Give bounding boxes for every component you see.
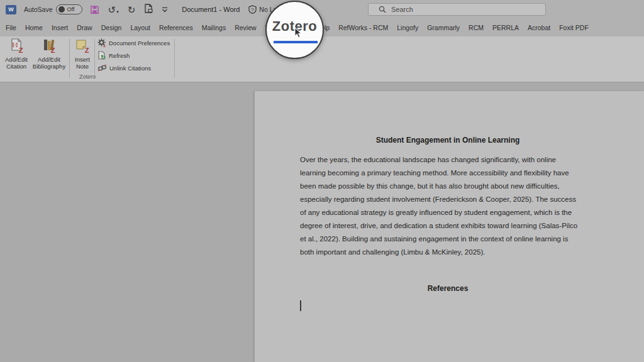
undo-icon: ↺ [108, 5, 116, 14]
refresh-button[interactable]: ↻ Refresh [97, 51, 170, 60]
tab-draw[interactable]: Draw [72, 24, 97, 31]
document-preferences-button[interactable]: z Document Preferences [97, 38, 170, 47]
add-edit-citation-icon: [-] Z [8, 38, 25, 54]
tab-references[interactable]: References [155, 24, 197, 31]
document-body-text: Over the years, the educational landscap… [300, 153, 601, 259]
add-edit-citation-label: Add/Edit Citation [5, 56, 28, 70]
mouse-cursor-icon [294, 27, 303, 38]
customize-qat-icon[interactable] [162, 4, 168, 15]
svg-text:z: z [103, 43, 106, 48]
tab-design[interactable]: Design [97, 24, 126, 31]
tab-perrla[interactable]: PERRLA [488, 24, 523, 31]
unlink-citations-icon [97, 64, 107, 72]
active-tab-underline [274, 41, 318, 43]
zotero-ribbon-group: [-] Z Add/Edit Citation Z Add/Edit Bibli… [0, 36, 175, 82]
unlink-citations-button[interactable]: Unlink Citations [97, 63, 170, 72]
shield-icon: ? [248, 5, 257, 14]
tab-review[interactable]: Review [230, 24, 260, 31]
unlink-citations-label: Unlink Citations [109, 65, 151, 72]
svg-text:Z: Z [51, 47, 55, 54]
tab-file[interactable]: File [1, 24, 21, 31]
svg-text:↻: ↻ [101, 54, 106, 60]
tab-acrobat[interactable]: Acrobat [523, 24, 555, 31]
ribbon-separator [69, 39, 70, 78]
tab-insert[interactable]: Insert [47, 24, 72, 31]
print-preview-icon[interactable] [144, 4, 153, 16]
add-edit-citation-button[interactable]: [-] Z Add/Edit Citation [1, 38, 31, 73]
svg-text:Z: Z [19, 47, 23, 54]
ribbon-group-border [174, 39, 175, 78]
document-title: Document1 - Word [182, 6, 240, 13]
document-page[interactable]: Student Engagement in Online Learning Ov… [255, 91, 644, 362]
search-input[interactable] [391, 6, 517, 13]
add-edit-bibliography-label: Add/Edit Bibliography [33, 56, 65, 70]
title-bar: W AutoSave Off ↺ ▾ ↻ [0, 0, 644, 19]
tab-refworks-rcm[interactable]: RefWorks - RCM [334, 24, 392, 31]
search-icon [379, 6, 386, 13]
insert-note-button[interactable]: Z Insert Note [71, 38, 94, 73]
insert-note-icon: Z [75, 38, 90, 54]
autosave-switch[interactable]: Off [56, 4, 82, 14]
tab-home[interactable]: Home [21, 24, 47, 31]
tab-grammarly[interactable]: Grammarly [423, 24, 464, 31]
zotero-group-label: Zotero [0, 74, 175, 80]
insert-note-label: Insert Note [75, 56, 90, 70]
add-edit-bibliography-button[interactable]: Z Add/Edit Bibliography [31, 38, 67, 73]
undo-button[interactable]: ↺ ▾ [108, 5, 119, 14]
svg-text:[-]: [-] [13, 41, 18, 47]
tab-layout[interactable]: Layout [126, 24, 155, 31]
redo-icon[interactable]: ↻ [128, 5, 136, 14]
document-preferences-icon: z [97, 38, 106, 47]
save-icon[interactable] [90, 5, 99, 14]
tab-foxit-pdf[interactable]: Foxit PDF [555, 24, 593, 31]
toggle-knob-icon [58, 6, 65, 13]
tab-lingofy[interactable]: Lingofy [392, 24, 423, 31]
add-edit-bibliography-icon: Z [41, 38, 57, 54]
document-preferences-label: Document Preferences [109, 40, 170, 47]
autosave-label: AutoSave [24, 6, 53, 13]
zotero-tab-magnified[interactable]: Zotero [265, 1, 324, 59]
svg-text:?: ? [252, 7, 255, 13]
ribbon-separator [94, 39, 95, 78]
autosave-toggle[interactable]: AutoSave Off [24, 4, 82, 14]
document-heading: Student Engagement in Online Learning [300, 136, 596, 145]
tab-rcm[interactable]: RCM [464, 24, 488, 31]
quick-access-toolbar: ↺ ▾ ↻ [90, 4, 169, 16]
undo-dropdown-icon[interactable]: ▾ [116, 9, 119, 14]
refresh-icon: ↻ [97, 51, 106, 60]
search-bar[interactable] [368, 3, 546, 16]
references-heading: References [300, 284, 596, 293]
autosave-state: Off [67, 6, 75, 13]
ribbon: [-] Z Add/Edit Citation Z Add/Edit Bibli… [0, 36, 644, 82]
svg-text:Z: Z [85, 47, 89, 54]
text-cursor [300, 300, 301, 311]
tab-mailings[interactable]: Mailings [197, 24, 231, 31]
refresh-label: Refresh [109, 52, 130, 59]
zotero-small-buttons: z Document Preferences ↻ Refresh Unlin [97, 38, 170, 72]
document-workspace: Student Engagement in Online Learning Ov… [0, 82, 644, 362]
word-logo-icon: W [6, 5, 16, 14]
